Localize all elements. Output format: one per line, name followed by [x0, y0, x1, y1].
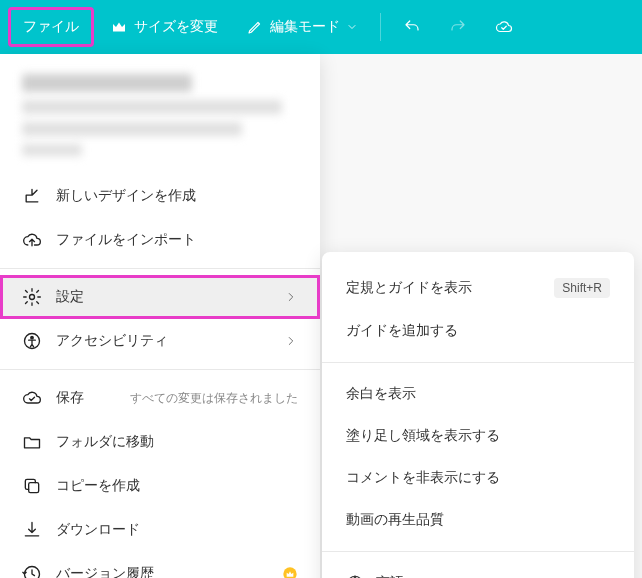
menu-settings[interactable]: 設定 — [0, 275, 320, 319]
menu-move-folder[interactable]: フォルダに移動 — [0, 420, 320, 464]
submenu-add-guide[interactable]: ガイドを追加する — [322, 310, 634, 352]
submenu-show-margin[interactable]: 余白を表示 — [322, 373, 634, 415]
cloud-check-icon — [22, 388, 42, 408]
menu-save-label: 保存 — [56, 389, 84, 407]
resize-label: サイズを変更 — [134, 18, 218, 36]
video-quality-label: 動画の再生品質 — [346, 511, 444, 529]
menu-download[interactable]: ダウンロード — [0, 508, 320, 552]
svg-point-2 — [31, 336, 34, 339]
copy-icon — [22, 476, 42, 496]
save-status: すべての変更は保存されました — [98, 390, 298, 407]
menu-settings-label: 設定 — [56, 288, 270, 306]
add-guide-label: ガイドを追加する — [346, 322, 458, 340]
show-rulers-label: 定規とガイドを表示 — [346, 279, 472, 297]
redo-icon — [449, 18, 467, 36]
file-label: ファイル — [23, 18, 79, 36]
pencil-icon — [246, 18, 264, 36]
panels: 新しいデザインを作成 ファイルをインポート 設定 アクセシビリティ 保存 すべて… — [0, 54, 642, 578]
history-icon — [22, 564, 42, 578]
redacted-header — [0, 60, 320, 174]
show-bleed-label: 塗り足し領域を表示する — [346, 427, 500, 445]
undo-icon — [403, 18, 421, 36]
resize-button[interactable]: サイズを変更 — [98, 10, 230, 44]
language-label: 言語 — [376, 574, 404, 578]
file-menu-button[interactable]: ファイル — [8, 7, 94, 47]
chevron-right-icon — [284, 290, 298, 304]
menu-version-label: バージョン履歴 — [56, 565, 268, 578]
gear-icon — [22, 287, 42, 307]
menu-separator — [0, 268, 320, 269]
edit-mode-label: 編集モード — [270, 18, 340, 36]
cloud-check-icon — [495, 18, 513, 36]
menu-download-label: ダウンロード — [56, 521, 298, 539]
toolbar-separator — [380, 13, 381, 41]
hide-comments-label: コメントを非表示にする — [346, 469, 500, 487]
show-margin-label: 余白を表示 — [346, 385, 416, 403]
menu-save[interactable]: 保存 すべての変更は保存されました — [0, 376, 320, 420]
redo-button[interactable] — [437, 10, 479, 44]
submenu-language[interactable]: 言語 — [322, 562, 634, 578]
download-icon — [22, 520, 42, 540]
chevron-down-icon — [346, 18, 358, 36]
crown-badge-icon — [282, 566, 298, 578]
globe-icon — [346, 574, 364, 578]
menu-copy[interactable]: コピーを作成 — [0, 464, 320, 508]
submenu-separator — [322, 362, 634, 363]
submenu-show-bleed[interactable]: 塗り足し領域を表示する — [322, 415, 634, 457]
menu-accessibility-label: アクセシビリティ — [56, 332, 270, 350]
menu-accessibility[interactable]: アクセシビリティ — [0, 319, 320, 363]
undo-button[interactable] — [391, 10, 433, 44]
show-rulers-shortcut: Shift+R — [554, 278, 610, 298]
crown-icon — [110, 18, 128, 36]
menu-copy-label: コピーを作成 — [56, 477, 298, 495]
accessibility-icon — [22, 331, 42, 351]
menu-create-design[interactable]: 新しいデザインを作成 — [0, 174, 320, 218]
chevron-right-icon — [284, 334, 298, 348]
menu-move-folder-label: フォルダに移動 — [56, 433, 298, 451]
menu-separator — [0, 369, 320, 370]
menu-version-history[interactable]: バージョン履歴 — [0, 552, 320, 578]
cloud-upload-icon — [22, 230, 42, 250]
svg-point-0 — [30, 295, 35, 300]
file-menu: 新しいデザインを作成 ファイルをインポート 設定 アクセシビリティ 保存 すべて… — [0, 54, 320, 578]
toolbar: ファイル サイズを変更 編集モード — [0, 0, 642, 54]
menu-import-label: ファイルをインポート — [56, 231, 298, 249]
cloud-save-button[interactable] — [483, 10, 525, 44]
edit-mode-button[interactable]: 編集モード — [234, 10, 370, 44]
submenu-separator — [322, 551, 634, 552]
submenu-hide-comments[interactable]: コメントを非表示にする — [322, 457, 634, 499]
create-icon — [22, 186, 42, 206]
menu-import-file[interactable]: ファイルをインポート — [0, 218, 320, 262]
menu-create-label: 新しいデザインを作成 — [56, 187, 298, 205]
folder-icon — [22, 432, 42, 452]
submenu-video-quality[interactable]: 動画の再生品質 — [322, 499, 634, 541]
submenu-show-rulers[interactable]: 定規とガイドを表示 Shift+R — [322, 266, 634, 310]
svg-rect-3 — [29, 483, 39, 493]
settings-submenu: 定規とガイドを表示 Shift+R ガイドを追加する 余白を表示 塗り足し領域を… — [322, 252, 634, 578]
